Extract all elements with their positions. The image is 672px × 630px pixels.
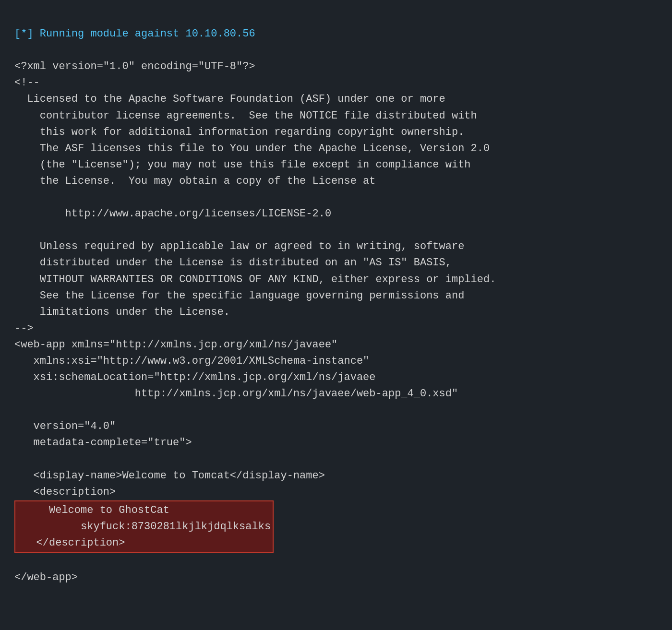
highlighted-description: Welcome to GhostCat skyfuck:8730281lkjlk… [14, 500, 274, 553]
webapp-close: </web-app> [14, 571, 78, 583]
code-block: <?xml version="1.0" encoding="UTF-8"?> <… [14, 42, 658, 586]
xml-decl: <?xml version="1.0" encoding="UTF-8"?> <… [14, 60, 496, 498]
status-line: [*] Running module against 10.10.80.56 [14, 28, 255, 40]
terminal-output: [*] Running module against 10.10.80.56 [14, 10, 658, 42]
